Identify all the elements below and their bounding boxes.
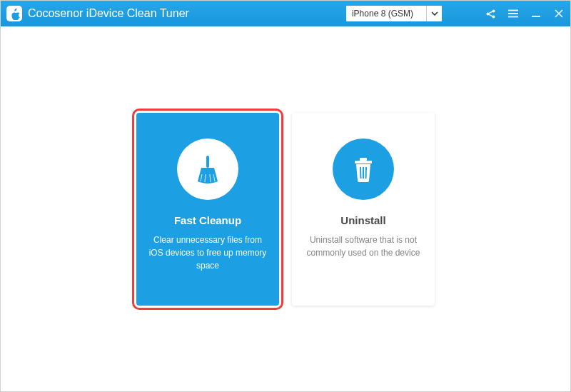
device-select[interactable]: iPhone 8 (GSM) xyxy=(346,6,442,21)
trash-icon xyxy=(333,139,394,200)
svg-rect-17 xyxy=(355,161,372,164)
uninstall-card[interactable]: Uninstall Uninstall software that is not… xyxy=(292,113,435,306)
broom-icon xyxy=(177,139,238,200)
svg-line-4 xyxy=(489,14,492,16)
app-logo-icon xyxy=(6,6,22,21)
svg-line-3 xyxy=(489,11,492,14)
minimize-icon[interactable] xyxy=(530,8,542,19)
svg-point-1 xyxy=(492,9,495,12)
svg-line-20 xyxy=(366,167,367,179)
uninstall-description: Uninstall software that is not commonly … xyxy=(303,233,423,259)
share-icon[interactable] xyxy=(485,8,496,19)
fast-cleanup-description: Clear unnecessary files from iOS devices… xyxy=(148,233,268,272)
fast-cleanup-card[interactable]: Fast Cleanup Clear unnecessary files fro… xyxy=(136,113,279,306)
close-icon[interactable] xyxy=(553,8,565,19)
uninstall-title: Uninstall xyxy=(340,214,385,226)
titlebar-controls xyxy=(485,8,565,19)
fast-cleanup-title: Fast Cleanup xyxy=(174,214,241,226)
svg-point-2 xyxy=(492,15,495,18)
svg-rect-11 xyxy=(206,156,209,168)
app-title: Cocosenor iDevice Clean Tuner xyxy=(28,7,189,20)
svg-line-18 xyxy=(360,167,361,179)
device-select-value: iPhone 8 (GSM) xyxy=(346,9,426,19)
svg-rect-16 xyxy=(360,158,367,161)
menu-icon[interactable] xyxy=(507,8,519,19)
titlebar: Cocosenor iDevice Clean Tuner iPhone 8 (… xyxy=(1,1,570,26)
chevron-down-icon xyxy=(426,6,442,21)
main-content: Fast Cleanup Clear unnecessary files fro… xyxy=(1,26,570,391)
